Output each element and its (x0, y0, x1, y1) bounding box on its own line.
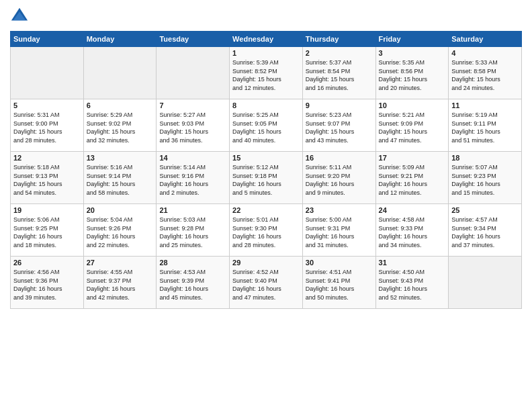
calendar-cell: 4Sunrise: 5:33 AMSunset: 8:58 PMDaylight… (449, 47, 522, 99)
day-number: 26 (13, 259, 81, 267)
calendar-cell: 3Sunrise: 5:35 AMSunset: 8:56 PMDaylight… (375, 47, 449, 99)
calendar-week-1: 5Sunrise: 5:31 AMSunset: 9:00 PMDaylight… (11, 99, 522, 152)
calendar-cell: 5Sunrise: 5:31 AMSunset: 9:00 PMDaylight… (11, 99, 84, 152)
calendar-cell: 12Sunrise: 5:18 AMSunset: 9:13 PMDayligh… (11, 152, 84, 204)
day-info: Sunrise: 4:51 AMSunset: 9:41 PMDaylight:… (306, 268, 373, 302)
day-number: 20 (87, 206, 154, 214)
calendar-cell: 9Sunrise: 5:23 AMSunset: 9:07 PMDaylight… (302, 99, 375, 152)
day-info: Sunrise: 5:39 AMSunset: 8:52 PMDaylight:… (232, 58, 300, 92)
day-number: 1 (232, 49, 300, 57)
day-info: Sunrise: 5:25 AMSunset: 9:05 PMDaylight:… (232, 111, 300, 144)
calendar-week-3: 19Sunrise: 5:06 AMSunset: 9:25 PMDayligh… (11, 204, 522, 257)
day-number: 6 (87, 101, 154, 109)
day-number: 3 (379, 49, 446, 57)
day-info: Sunrise: 5:06 AMSunset: 9:25 PMDaylight:… (13, 216, 81, 249)
calendar-cell: 1Sunrise: 5:39 AMSunset: 8:52 PMDaylight… (230, 47, 303, 99)
calendar-cell: 25Sunrise: 4:57 AMSunset: 9:34 PMDayligh… (449, 204, 522, 257)
day-number: 8 (232, 101, 300, 109)
day-info: Sunrise: 5:04 AMSunset: 9:26 PMDaylight:… (87, 216, 154, 249)
day-info: Sunrise: 4:53 AMSunset: 9:39 PMDaylight:… (159, 268, 226, 302)
day-info: Sunrise: 5:00 AMSunset: 9:31 PMDaylight:… (306, 216, 373, 249)
calendar-cell: 16Sunrise: 5:11 AMSunset: 9:20 PMDayligh… (302, 152, 375, 204)
day-number: 21 (159, 206, 226, 214)
day-info: Sunrise: 4:56 AMSunset: 9:36 PMDaylight:… (13, 268, 81, 302)
day-number: 18 (451, 154, 519, 162)
day-info: Sunrise: 5:18 AMSunset: 9:13 PMDaylight:… (13, 163, 81, 197)
calendar-cell: 23Sunrise: 5:00 AMSunset: 9:31 PMDayligh… (302, 204, 375, 257)
header-day-tuesday: Tuesday (157, 32, 230, 47)
calendar-cell: 27Sunrise: 4:55 AMSunset: 9:37 PMDayligh… (83, 257, 157, 309)
calendar-cell: 15Sunrise: 5:12 AMSunset: 9:18 PMDayligh… (230, 152, 303, 204)
day-number: 2 (306, 49, 373, 57)
day-info: Sunrise: 5:21 AMSunset: 9:09 PMDaylight:… (379, 111, 446, 144)
day-number: 23 (306, 206, 373, 214)
day-info: Sunrise: 5:14 AMSunset: 9:16 PMDaylight:… (159, 163, 226, 197)
calendar-week-0: 1Sunrise: 5:39 AMSunset: 8:52 PMDaylight… (11, 47, 522, 99)
day-info: Sunrise: 5:33 AMSunset: 8:58 PMDaylight:… (451, 58, 519, 92)
header-day-monday: Monday (83, 32, 157, 47)
day-number: 25 (451, 206, 519, 214)
day-info: Sunrise: 5:07 AMSunset: 9:23 PMDaylight:… (451, 163, 519, 197)
calendar-cell: 10Sunrise: 5:21 AMSunset: 9:09 PMDayligh… (375, 99, 449, 152)
day-number: 14 (159, 154, 226, 162)
header-row: SundayMondayTuesdayWednesdayThursdayFrid… (11, 32, 522, 47)
calendar-cell (449, 257, 522, 309)
day-number: 31 (379, 259, 446, 267)
day-number: 30 (306, 259, 373, 267)
calendar-cell: 14Sunrise: 5:14 AMSunset: 9:16 PMDayligh… (157, 152, 230, 204)
calendar-cell: 7Sunrise: 5:27 AMSunset: 9:03 PMDaylight… (157, 99, 230, 152)
logo-icon (10, 7, 29, 26)
calendar-cell: 13Sunrise: 5:16 AMSunset: 9:14 PMDayligh… (83, 152, 157, 204)
day-number: 15 (232, 154, 300, 162)
day-number: 7 (159, 101, 226, 109)
calendar-cell: 26Sunrise: 4:56 AMSunset: 9:36 PMDayligh… (11, 257, 84, 309)
header-day-friday: Friday (375, 32, 449, 47)
calendar-cell: 24Sunrise: 4:58 AMSunset: 9:33 PMDayligh… (375, 204, 449, 257)
day-number: 17 (379, 154, 446, 162)
day-number: 29 (232, 259, 300, 267)
calendar-cell: 19Sunrise: 5:06 AMSunset: 9:25 PMDayligh… (11, 204, 84, 257)
calendar-cell: 30Sunrise: 4:51 AMSunset: 9:41 PMDayligh… (302, 257, 375, 309)
day-info: Sunrise: 5:37 AMSunset: 8:54 PMDaylight:… (306, 58, 373, 92)
calendar-cell: 20Sunrise: 5:04 AMSunset: 9:26 PMDayligh… (83, 204, 157, 257)
calendar-body: 1Sunrise: 5:39 AMSunset: 8:52 PMDaylight… (11, 47, 522, 309)
day-number: 12 (13, 154, 81, 162)
day-info: Sunrise: 5:27 AMSunset: 9:03 PMDaylight:… (159, 111, 226, 144)
day-number: 24 (379, 206, 446, 214)
day-info: Sunrise: 4:57 AMSunset: 9:34 PMDaylight:… (451, 216, 519, 249)
calendar-cell: 17Sunrise: 5:09 AMSunset: 9:21 PMDayligh… (375, 152, 449, 204)
day-info: Sunrise: 5:12 AMSunset: 9:18 PMDaylight:… (232, 163, 300, 197)
day-info: Sunrise: 5:29 AMSunset: 9:02 PMDaylight:… (87, 111, 154, 144)
day-info: Sunrise: 5:19 AMSunset: 9:11 PMDaylight:… (451, 111, 519, 144)
day-info: Sunrise: 4:55 AMSunset: 9:37 PMDaylight:… (87, 268, 154, 302)
day-info: Sunrise: 4:58 AMSunset: 9:33 PMDaylight:… (379, 216, 446, 249)
logo (10, 7, 32, 26)
day-info: Sunrise: 4:52 AMSunset: 9:40 PMDaylight:… (232, 268, 300, 302)
calendar-cell: 2Sunrise: 5:37 AMSunset: 8:54 PMDaylight… (302, 47, 375, 99)
calendar-cell: 21Sunrise: 5:03 AMSunset: 9:28 PMDayligh… (157, 204, 230, 257)
calendar-cell (11, 47, 84, 99)
header-day-thursday: Thursday (302, 32, 375, 47)
day-number: 11 (451, 101, 519, 109)
calendar-cell: 8Sunrise: 5:25 AMSunset: 9:05 PMDaylight… (230, 99, 303, 152)
day-number: 10 (379, 101, 446, 109)
header-day-sunday: Sunday (11, 32, 84, 47)
day-info: Sunrise: 5:35 AMSunset: 8:56 PMDaylight:… (379, 58, 446, 92)
day-number: 19 (13, 206, 81, 214)
calendar-cell: 18Sunrise: 5:07 AMSunset: 9:23 PMDayligh… (449, 152, 522, 204)
day-number: 9 (306, 101, 373, 109)
day-number: 4 (451, 49, 519, 57)
day-number: 28 (159, 259, 226, 267)
calendar-week-2: 12Sunrise: 5:18 AMSunset: 9:13 PMDayligh… (11, 152, 522, 204)
day-number: 27 (87, 259, 154, 267)
header-day-saturday: Saturday (449, 32, 522, 47)
page: SundayMondayTuesdayWednesdayThursdayFrid… (0, 0, 532, 316)
calendar-week-4: 26Sunrise: 4:56 AMSunset: 9:36 PMDayligh… (11, 257, 522, 309)
day-number: 16 (306, 154, 373, 162)
day-info: Sunrise: 5:01 AMSunset: 9:30 PMDaylight:… (232, 216, 300, 249)
calendar-cell: 22Sunrise: 5:01 AMSunset: 9:30 PMDayligh… (230, 204, 303, 257)
day-info: Sunrise: 5:23 AMSunset: 9:07 PMDaylight:… (306, 111, 373, 144)
calendar-cell: 31Sunrise: 4:50 AMSunset: 9:43 PMDayligh… (375, 257, 449, 309)
calendar-cell: 6Sunrise: 5:29 AMSunset: 9:02 PMDaylight… (83, 99, 157, 152)
day-info: Sunrise: 5:31 AMSunset: 9:00 PMDaylight:… (13, 111, 81, 144)
